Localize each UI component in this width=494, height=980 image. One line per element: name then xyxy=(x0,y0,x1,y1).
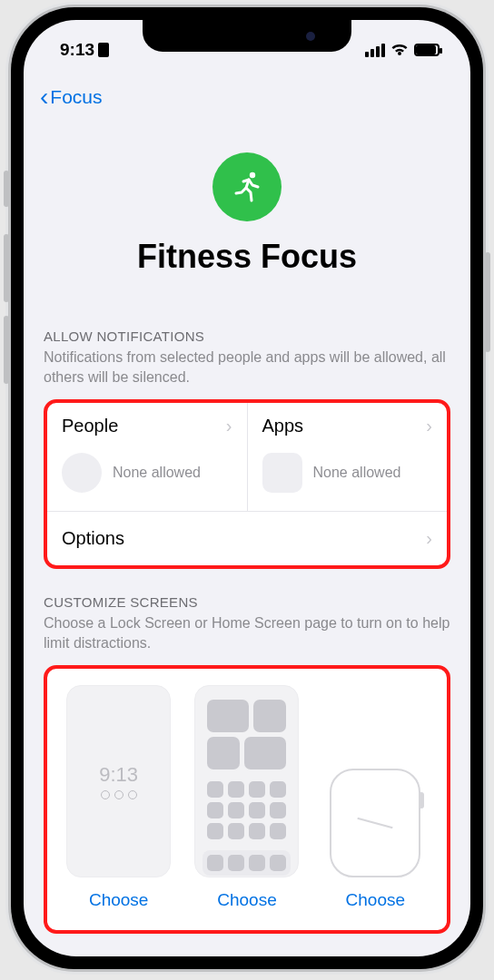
cellular-signal-icon xyxy=(365,44,385,57)
camera-dot xyxy=(306,32,315,41)
battery-icon xyxy=(414,44,440,56)
id-card-icon xyxy=(98,43,109,57)
people-cell[interactable]: People › None allowed xyxy=(47,403,248,511)
chevron-left-icon[interactable]: ‹ xyxy=(40,83,48,112)
notifications-card: People › None allowed Apps › xyxy=(44,399,450,569)
phone-frame: 9:13 ‹ Focus Fitness Focus ALLOW NOTIFIC… xyxy=(11,7,483,969)
lock-screen-column: 9:13 Choose xyxy=(58,685,179,910)
options-label: Options xyxy=(62,528,124,549)
options-cell[interactable]: Options › xyxy=(47,511,447,565)
power-button xyxy=(485,252,490,352)
watch-column: Choose xyxy=(315,685,436,910)
section-description-notifications: Notifications from selected people and a… xyxy=(44,348,450,387)
apps-label: Apps xyxy=(262,416,304,436)
chevron-right-icon: › xyxy=(226,416,232,436)
hero: Fitness Focus xyxy=(24,112,470,303)
customize-screens-card: 9:13 Choose xyxy=(44,665,450,934)
fitness-icon xyxy=(212,152,282,221)
app-placeholder-icon xyxy=(262,453,302,493)
lock-widget-dots xyxy=(101,790,137,799)
apps-status: None allowed xyxy=(313,465,401,481)
watch-crown-icon xyxy=(419,792,424,808)
people-status: None allowed xyxy=(113,465,201,481)
back-button[interactable]: Focus xyxy=(50,86,102,108)
svg-point-0 xyxy=(250,172,255,178)
status-time: 9:13 xyxy=(60,40,94,60)
wifi-icon xyxy=(390,43,409,57)
notch xyxy=(143,20,351,52)
choose-watch-face-button[interactable]: Choose xyxy=(346,890,406,910)
nav-bar: ‹ Focus xyxy=(24,60,470,112)
screen: 9:13 ‹ Focus Fitness Focus ALLOW NOTIFIC… xyxy=(24,20,470,956)
section-header-customize: CUSTOMIZE SCREENS xyxy=(44,594,450,610)
home-screen-column: Choose xyxy=(186,685,307,910)
app-grid-preview xyxy=(207,781,286,839)
people-label: People xyxy=(62,416,118,436)
home-screen-thumbnail[interactable] xyxy=(194,685,299,877)
side-button xyxy=(4,171,9,207)
volume-up-button xyxy=(4,234,9,302)
section-header-notifications: ALLOW NOTIFICATIONS xyxy=(44,328,450,344)
chevron-right-icon: › xyxy=(426,416,432,436)
volume-down-button xyxy=(4,316,9,384)
person-placeholder-icon xyxy=(62,453,102,493)
page-title: Fitness Focus xyxy=(24,238,470,276)
choose-lock-screen-button[interactable]: Choose xyxy=(89,890,149,910)
apps-cell[interactable]: Apps › None allowed xyxy=(248,403,448,511)
lock-time-preview: 9:13 xyxy=(99,763,138,787)
watch-face-thumbnail[interactable] xyxy=(330,769,420,877)
section-description-customize: Choose a Lock Screen or Home Screen page… xyxy=(44,613,450,652)
lock-screen-thumbnail[interactable]: 9:13 xyxy=(66,685,171,877)
choose-home-screen-button[interactable]: Choose xyxy=(217,890,277,910)
chevron-right-icon: › xyxy=(426,528,432,549)
